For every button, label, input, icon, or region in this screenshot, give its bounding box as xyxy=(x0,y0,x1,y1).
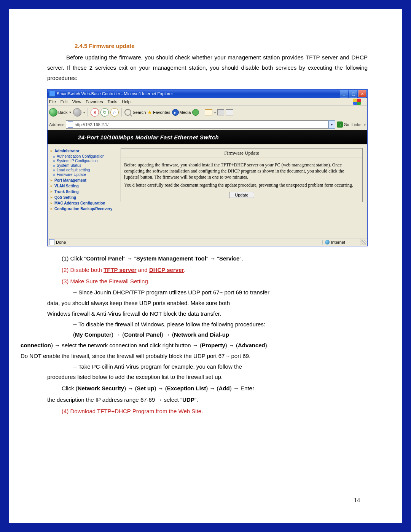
go-label: Go xyxy=(344,122,349,127)
step-3g: Click (Network Security) → (Set up) → (E… xyxy=(62,383,368,394)
intro-text: Before updating the firmware, you should… xyxy=(47,54,368,81)
status-zone: Internet xyxy=(322,240,360,244)
media-button[interactable]: Media xyxy=(172,109,191,116)
windows-flag-icon xyxy=(353,99,361,105)
section-heading: 2.4.5 Firmware update xyxy=(75,43,368,49)
favorites-button[interactable]: ★Favorites xyxy=(147,109,170,115)
step-3c: (My Computer) → (Control Panel) → (Netwo… xyxy=(73,329,368,340)
go-button[interactable]: →Go xyxy=(337,121,349,128)
forward-icon xyxy=(73,108,81,117)
step-2: (2) Disable both TFTP server and DHCP se… xyxy=(62,265,368,275)
sidebar-item-ipconfig[interactable]: System IP Configuration xyxy=(57,159,114,163)
sidebar-cat-backup[interactable]: Configuration Backup/Recovery xyxy=(51,207,114,211)
step-3a-line2: data, you should always keep these UDP p… xyxy=(47,298,368,308)
sidebar-cat-vlan[interactable]: VLAN Setting xyxy=(51,184,114,188)
history-button[interactable] xyxy=(192,109,199,116)
search-label: Search xyxy=(132,110,146,115)
page-number: 14 xyxy=(354,497,360,504)
intro-paragraph: Before updating the firmware, you should… xyxy=(47,52,368,83)
menu-view[interactable]: View xyxy=(72,99,81,104)
toolbar: Back▼ ▾ Search ★Favorites Media ▾ xyxy=(48,106,367,119)
sidebar-item-auth[interactable]: Authentication Configuration xyxy=(57,154,114,158)
sidebar-cat-port[interactable]: Port Management xyxy=(51,178,114,182)
edit-button[interactable] xyxy=(226,109,233,115)
favorites-label: Favorites xyxy=(153,110,170,115)
url-input[interactable]: http://192.168.2.1/ xyxy=(66,120,328,129)
step-3d: connection) → select the network connect… xyxy=(21,340,368,351)
menu-help[interactable]: Help xyxy=(122,99,131,104)
sidebar-cat-qos[interactable]: QoS Setting xyxy=(51,195,114,200)
search-button[interactable]: Search xyxy=(124,109,146,116)
globe-icon xyxy=(325,240,330,244)
page-content: 24-Port 10/100Mbps Modular Fast Ethernet… xyxy=(48,130,367,238)
print-button[interactable] xyxy=(217,109,224,115)
step-3a-line1: -- Since Jounin DHCP/TFTP program utiliz… xyxy=(73,287,368,298)
window-controls: _ ▢ ✕ xyxy=(339,90,366,97)
browser-window: SmartSwitch Web-Base Controller - Micros… xyxy=(47,89,368,246)
window-title: SmartSwitch Web-Base Controller - Micros… xyxy=(57,91,173,96)
menu-favorites[interactable]: Favorites xyxy=(86,99,103,104)
mail-button[interactable] xyxy=(205,109,212,115)
links-label[interactable]: Links xyxy=(352,122,362,127)
chevron-down-icon: ▾ xyxy=(83,111,85,114)
status-left: Done xyxy=(49,239,322,245)
minimize-button[interactable]: _ xyxy=(340,90,348,97)
step-3f-line1: -- Take PC-cillin Anti-Virus program for… xyxy=(73,361,368,372)
back-label: Back xyxy=(58,110,67,115)
panel-title: Firmware Update xyxy=(121,149,362,158)
refresh-button[interactable] xyxy=(100,108,109,117)
address-bar: Address http://192.168.2.1/ ▼ →Go Links … xyxy=(48,119,367,130)
resize-grip-icon[interactable] xyxy=(360,240,366,245)
page-icon xyxy=(49,239,54,245)
media-icon xyxy=(172,109,179,116)
sidebar-cat-administrator[interactable]: Administrator xyxy=(51,149,114,153)
panel-text-2: You'd better carefully read the document… xyxy=(124,182,359,188)
step-4: (4) Download TFTP+DHCP Program from the … xyxy=(62,406,368,417)
go-icon: → xyxy=(337,121,343,128)
back-icon xyxy=(49,108,57,117)
maximize-button[interactable]: ▢ xyxy=(349,90,357,97)
url-text: http://192.168.2.1/ xyxy=(75,122,108,127)
page-icon xyxy=(68,121,73,128)
url-dropdown[interactable]: ▼ xyxy=(328,120,335,129)
chevron-down-icon: ▼ xyxy=(68,111,72,114)
star-icon: ★ xyxy=(147,109,152,115)
main-panel: Firmware Update Before updating the firm… xyxy=(116,144,367,238)
step-3b: -- To disable the firewall of Windows, p… xyxy=(73,319,368,330)
stop-button[interactable] xyxy=(91,108,99,117)
step-3f-line2: procedures listed below to add the excep… xyxy=(47,372,368,382)
device-banner: 24-Port 10/100Mbps Modular Fast Ethernet… xyxy=(48,130,367,144)
status-bar: Done Internet xyxy=(48,238,367,246)
step-1: (1) Click "Control Panel" → "System Mana… xyxy=(62,253,368,264)
sidebar-item-status[interactable]: System Status xyxy=(57,163,114,168)
sidebar: Administrator Authentication Configurati… xyxy=(48,144,116,238)
titlebar: SmartSwitch Web-Base Controller - Micros… xyxy=(48,89,367,98)
menu-tools[interactable]: Tools xyxy=(108,99,118,104)
forward-button[interactable] xyxy=(73,108,81,117)
status-done: Done xyxy=(56,240,66,244)
step-3a-line3: Windows firewall & Anti-Virus firewall d… xyxy=(47,308,368,319)
update-button[interactable]: Update xyxy=(229,192,254,198)
address-label: Address xyxy=(49,122,64,127)
menu-file[interactable]: File xyxy=(49,99,56,104)
search-icon xyxy=(124,109,131,116)
zone-label: Internet xyxy=(331,240,345,244)
home-button[interactable] xyxy=(110,108,119,117)
sidebar-item-firmware[interactable]: Firmware Update xyxy=(57,173,114,177)
menubar: File Edit View Favorites Tools Help xyxy=(48,98,367,106)
step-3h: the description the IP address range 67-… xyxy=(47,395,368,405)
step-3: (3) Make Sure the Firewall Setting. xyxy=(62,276,368,287)
ie-logo-icon xyxy=(49,91,55,97)
chevron-down-icon: ▾ xyxy=(214,111,216,114)
back-button[interactable]: Back▼ xyxy=(49,108,72,117)
menu-edit[interactable]: Edit xyxy=(61,99,68,104)
instructions: (1) Click "Control Panel" → "System Mana… xyxy=(47,253,368,416)
firmware-panel: Firmware Update Before updating the firm… xyxy=(121,148,363,202)
panel-body: Before updating the firmware, you should… xyxy=(121,158,362,202)
close-button[interactable]: ✕ xyxy=(358,90,366,97)
chevron-right-icon[interactable]: » xyxy=(363,123,366,127)
sidebar-cat-trunk[interactable]: Trunk Setting xyxy=(51,190,114,194)
media-label: Media xyxy=(180,110,191,115)
sidebar-item-default[interactable]: Load default setting xyxy=(57,168,114,172)
sidebar-cat-mac[interactable]: MAC Address Configuration xyxy=(51,201,114,205)
